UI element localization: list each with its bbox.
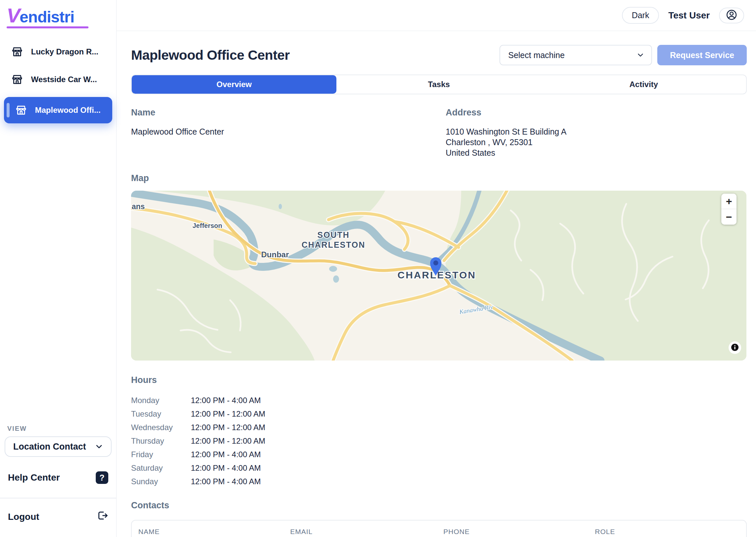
storefront-icon	[15, 104, 27, 116]
hours-time: 12:00 PM - 12:00 AM	[191, 436, 747, 446]
name-label: Name	[131, 107, 446, 118]
sidebar-item-location[interactable]: Westside Car W...	[4, 69, 112, 90]
contacts-column-header: EMAIL	[290, 528, 443, 536]
contacts-column-header: ROLE	[595, 528, 739, 536]
map-section-label: Map	[131, 173, 747, 184]
tab-tasks[interactable]: Tasks	[336, 75, 541, 94]
hours-time: 12:00 PM - 12:00 AM	[191, 423, 747, 432]
sidebar-divider	[0, 498, 116, 498]
help-center-button[interactable]: Help Center ?	[8, 471, 108, 484]
contacts-section-label: Contacts	[131, 500, 747, 511]
map-place-label: SOUTH	[317, 230, 350, 239]
page-content: Maplewood Office Center Select machine R…	[116, 31, 756, 537]
hours-day: Friday	[131, 450, 191, 459]
hours-row: Saturday12:00 PM - 4:00 AM	[131, 462, 747, 475]
contacts-table: NAMEEMAILPHONEROLE Test Usermohamed.kata…	[131, 520, 747, 537]
address-line: United States	[446, 147, 747, 158]
contacts-column-header: PHONE	[443, 528, 595, 536]
chevron-down-icon	[94, 442, 104, 451]
address-label: Address	[446, 107, 747, 118]
machine-select-value: Select machine	[508, 51, 564, 60]
view-section-label: VIEW	[0, 425, 116, 433]
map-attribution-button[interactable]	[729, 341, 741, 354]
location-list: Lucky Dragon R...Westside Car W...Maplew…	[0, 42, 116, 131]
user-name: Test User	[668, 10, 710, 21]
hours-day: Sunday	[131, 477, 191, 486]
hours-time: 12:00 PM - 4:00 AM	[191, 464, 747, 473]
address-line: 1010 Washington St E Building A	[446, 126, 747, 137]
zoom-out-button[interactable]: −	[721, 209, 736, 225]
hours-row: Tuesday12:00 PM - 12:00 AM	[131, 407, 747, 421]
location-label: Maplewood Offi...	[35, 105, 101, 115]
hours-time: 12:00 PM - 4:00 AM	[191, 396, 747, 405]
logout-button[interactable]: Logout	[8, 510, 108, 524]
map-canvas[interactable]: ansJeffersonDunbarSOUTHCHARLESTONCHARLES…	[131, 191, 746, 360]
contacts-column-header: NAME	[138, 528, 290, 536]
location-label: Lucky Dragon R...	[31, 47, 98, 57]
address-value: 1010 Washington St E Building ACharlesto…	[446, 126, 747, 158]
theme-toggle-button[interactable]: Dark	[622, 7, 659, 24]
view-select-value: Location Contact	[13, 442, 86, 452]
info-icon	[731, 343, 739, 352]
tab-bar: OverviewTasksActivity	[131, 74, 747, 94]
zoom-in-button[interactable]: +	[721, 194, 736, 209]
top-bar: Dark Test User	[116, 0, 756, 31]
page-title: Maplewood Office Center	[131, 48, 290, 63]
chevron-down-icon	[636, 51, 645, 60]
hours-day: Monday	[131, 396, 191, 405]
sidebar-item-location[interactable]: Maplewood Offi...	[4, 97, 112, 123]
hours-day: Thursday	[131, 436, 191, 446]
logo-wordmark: endistri	[20, 8, 74, 26]
logout-label: Logout	[8, 512, 39, 522]
app-logo[interactable]: Vendistri	[0, 0, 89, 28]
hours-day: Saturday	[131, 464, 191, 473]
hours-row: Thursday12:00 PM - 12:00 AM	[131, 434, 747, 448]
hours-row: Monday12:00 PM - 4:00 AM	[131, 394, 747, 407]
main-area: Dark Test User Maplewood Office Center S…	[116, 0, 756, 537]
map-place-label: ans	[132, 202, 145, 211]
contacts-table-header: NAMEEMAILPHONEROLE	[138, 528, 739, 536]
hours-section-label: Hours	[131, 375, 747, 385]
map-place-label: Dunbar	[261, 250, 289, 259]
map-place-label: CHARLESTON	[301, 240, 365, 249]
logo-initial: V	[7, 4, 20, 27]
selected-accent-bar	[7, 103, 10, 117]
user-avatar-button[interactable]	[719, 8, 744, 23]
hours-row: Sunday12:00 PM - 4:00 AM	[131, 475, 747, 488]
sidebar: Vendistri Lucky Dragon R...Westside Car …	[0, 0, 116, 537]
map-zoom-control: + −	[721, 194, 736, 225]
question-mark-icon: ?	[96, 471, 108, 484]
name-value: Maplewood Office Center	[131, 126, 446, 137]
hours-list: Monday12:00 PM - 4:00 AMTuesday12:00 PM …	[131, 394, 747, 488]
hours-row: Wednesday12:00 PM - 12:00 AM	[131, 421, 747, 434]
map-place-label: Jefferson	[193, 222, 222, 229]
hours-time: 12:00 PM - 12:00 AM	[191, 409, 747, 419]
machine-select[interactable]: Select machine	[500, 45, 652, 65]
tab-overview[interactable]: Overview	[132, 75, 336, 94]
hours-time: 12:00 PM - 4:00 AM	[191, 450, 747, 459]
request-service-button[interactable]: Request Service	[657, 45, 747, 65]
storefront-icon	[11, 73, 23, 85]
sidebar-item-location[interactable]: Lucky Dragon R...	[4, 42, 112, 62]
help-center-label: Help Center	[8, 472, 60, 483]
address-line: Charleston , WV, 25301	[446, 137, 747, 147]
hours-time: 12:00 PM - 4:00 AM	[191, 477, 747, 486]
logout-icon	[96, 510, 108, 524]
hours-day: Wednesday	[131, 423, 191, 432]
hours-row: Friday12:00 PM - 4:00 AM	[131, 448, 747, 462]
map[interactable]: ansJeffersonDunbarSOUTHCHARLESTONCHARLES…	[131, 191, 746, 360]
storefront-icon	[11, 46, 23, 58]
user-circle-icon	[726, 9, 737, 22]
view-select[interactable]: Location Contact	[5, 436, 111, 457]
hours-day: Tuesday	[131, 409, 191, 419]
tab-activity[interactable]: Activity	[541, 75, 746, 94]
location-label: Westside Car W...	[31, 75, 97, 84]
